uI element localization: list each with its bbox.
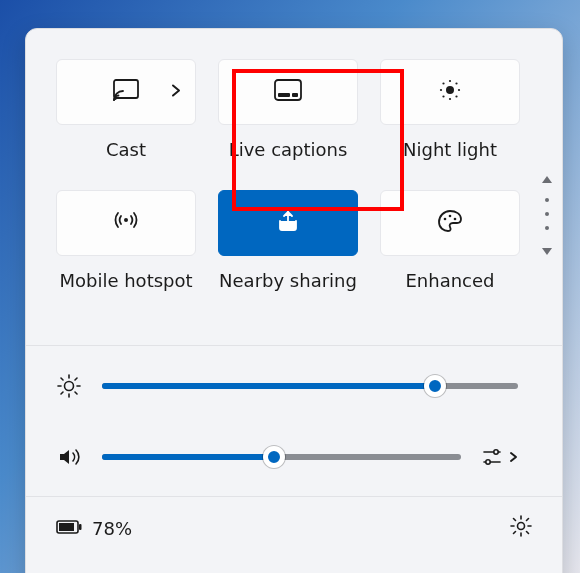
tile-nearby-sharing: Nearby sharing bbox=[218, 190, 358, 291]
chevron-right-icon bbox=[509, 451, 518, 463]
brightness-slider[interactable] bbox=[102, 383, 518, 389]
svg-line-25 bbox=[61, 392, 63, 394]
svg-point-12 bbox=[442, 95, 444, 97]
svg-point-8 bbox=[440, 89, 442, 91]
pager-up-icon bbox=[542, 169, 552, 188]
cast-button[interactable] bbox=[56, 59, 196, 125]
cast-icon bbox=[113, 79, 139, 105]
svg-rect-33 bbox=[79, 524, 82, 530]
svg-rect-4 bbox=[292, 93, 298, 97]
svg-line-26 bbox=[75, 378, 77, 380]
svg-point-9 bbox=[458, 89, 460, 91]
brightness-row bbox=[56, 374, 518, 398]
slider-thumb[interactable] bbox=[263, 446, 285, 468]
battery-icon bbox=[56, 518, 82, 539]
tile-enhanced: Enhanced bbox=[380, 190, 520, 291]
pager-dot bbox=[545, 198, 549, 202]
svg-line-24 bbox=[75, 392, 77, 394]
palette-icon bbox=[437, 209, 463, 237]
tile-mobile-hotspot: Mobile hotspot bbox=[56, 190, 196, 291]
share-icon bbox=[276, 210, 300, 236]
hotspot-icon bbox=[113, 210, 139, 236]
tile-row: Cast Live captions bbox=[56, 59, 532, 160]
tile-label: Live captions bbox=[229, 139, 348, 160]
tile-label: Cast bbox=[106, 139, 146, 160]
live-captions-button[interactable] bbox=[218, 59, 358, 125]
svg-point-28 bbox=[494, 450, 498, 454]
tile-label: Mobile hotspot bbox=[59, 270, 192, 291]
battery-text: 78% bbox=[92, 518, 132, 539]
captions-icon bbox=[274, 79, 302, 105]
gear-icon bbox=[510, 515, 532, 537]
enhanced-button[interactable] bbox=[380, 190, 520, 256]
svg-point-18 bbox=[65, 382, 74, 391]
sliders-section bbox=[26, 346, 562, 496]
slider-fill bbox=[102, 383, 435, 389]
svg-point-14 bbox=[124, 218, 128, 222]
svg-rect-3 bbox=[278, 93, 290, 97]
svg-point-16 bbox=[449, 215, 452, 218]
pager-down-icon bbox=[542, 240, 552, 259]
svg-point-15 bbox=[444, 218, 447, 221]
tile-label: Night light bbox=[403, 139, 497, 160]
quick-settings-tiles: Cast Live captions bbox=[26, 29, 562, 345]
slider-thumb[interactable] bbox=[424, 375, 446, 397]
nearby-sharing-button[interactable] bbox=[218, 190, 358, 256]
svg-line-23 bbox=[61, 378, 63, 380]
battery-status[interactable]: 78% bbox=[56, 518, 132, 539]
brightness-icon bbox=[56, 374, 82, 398]
svg-point-10 bbox=[442, 82, 444, 84]
mixer-icon bbox=[481, 448, 503, 466]
chevron-right-icon bbox=[171, 83, 181, 102]
night-light-icon bbox=[438, 78, 462, 106]
tile-label: Nearby sharing bbox=[219, 270, 357, 291]
tile-row: Mobile hotspot Nearby sharing bbox=[56, 190, 532, 291]
volume-row bbox=[56, 446, 518, 468]
night-light-button[interactable] bbox=[380, 59, 520, 125]
svg-point-5 bbox=[446, 86, 454, 94]
pager[interactable] bbox=[542, 169, 552, 259]
svg-point-17 bbox=[454, 218, 457, 221]
tile-live-captions: Live captions bbox=[218, 59, 358, 160]
footer: 78% bbox=[26, 497, 562, 541]
pager-dot bbox=[545, 212, 549, 216]
svg-point-13 bbox=[455, 95, 457, 97]
svg-point-11 bbox=[455, 82, 457, 84]
svg-point-30 bbox=[486, 460, 490, 464]
tile-cast: Cast bbox=[56, 59, 196, 160]
svg-rect-32 bbox=[59, 523, 74, 531]
svg-point-34 bbox=[518, 523, 525, 530]
tile-label: Enhanced bbox=[405, 270, 494, 291]
audio-output-button[interactable] bbox=[481, 448, 518, 466]
tile-night-light: Night light bbox=[380, 59, 520, 160]
svg-point-1 bbox=[114, 97, 117, 100]
svg-point-6 bbox=[449, 80, 451, 82]
slider-fill bbox=[102, 454, 274, 460]
mobile-hotspot-button[interactable] bbox=[56, 190, 196, 256]
quick-settings-panel: Cast Live captions bbox=[25, 28, 563, 573]
settings-button[interactable] bbox=[510, 515, 532, 541]
volume-icon bbox=[56, 446, 82, 468]
pager-dot bbox=[545, 226, 549, 230]
svg-point-7 bbox=[449, 98, 451, 100]
volume-slider[interactable] bbox=[102, 454, 461, 460]
